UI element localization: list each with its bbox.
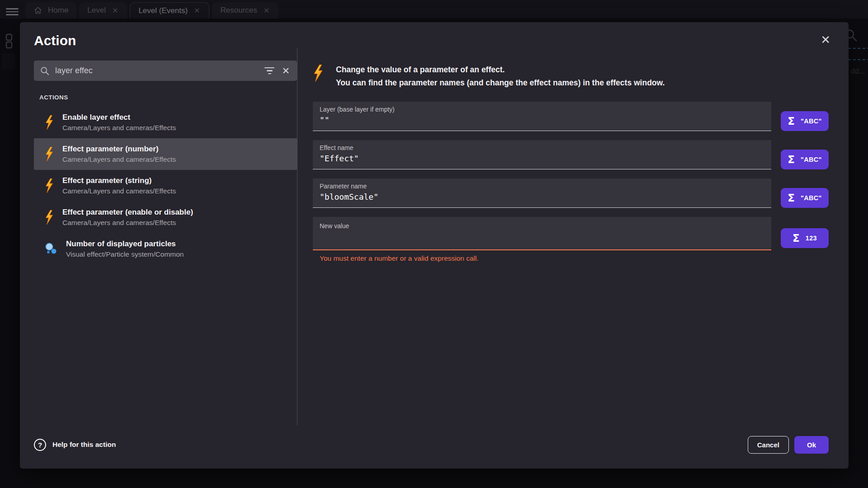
ok-button[interactable]: Ok: [794, 436, 829, 454]
action-title: Effect parameter (number): [62, 145, 176, 154]
search-bar: ✕: [34, 61, 297, 81]
expression-editor-button[interactable]: Σ "ABC": [781, 188, 829, 208]
search-input[interactable]: [55, 66, 259, 75]
lightning-icon: [45, 178, 54, 193]
action-chooser-panel: ✕ ACTIONS Enable layer effect Camera/Lay…: [20, 48, 297, 425]
action-path: Camera/Layers and cameras/Effects: [62, 219, 193, 227]
action-title: Effect parameter (string): [62, 176, 176, 185]
lightning-icon: [45, 210, 54, 225]
field-label: Effect name: [320, 144, 764, 151]
param-row-effect-name: Effect name "Effect" Σ "ABC": [313, 140, 829, 169]
sigma-icon: Σ: [788, 115, 795, 127]
clear-search-icon[interactable]: ✕: [280, 66, 291, 76]
list-item-effect-parameter-enable[interactable]: Effect parameter (enable or disable) Cam…: [34, 202, 297, 233]
close-dialog-icon[interactable]: ✕: [821, 34, 830, 46]
dialog-footer: ? Help for this action Cancel Ok: [20, 425, 849, 469]
parameter-fields: Layer (base layer if empty) "" Σ "ABC" E…: [313, 102, 829, 263]
list-item-enable-layer-effect[interactable]: Enable layer effect Camera/Layers and ca…: [34, 107, 297, 138]
cancel-button[interactable]: Cancel: [748, 436, 789, 454]
param-row-new-value: New value You must enter a number or a v…: [313, 217, 829, 263]
layer-field[interactable]: Layer (base layer if empty) "": [313, 102, 771, 131]
action-path: Camera/Layers and cameras/Effects: [62, 124, 176, 132]
sigma-button-label: "ABC": [801, 117, 822, 125]
actions-section-label: ACTIONS: [39, 94, 297, 101]
action-path: Camera/Layers and cameras/Effects: [62, 155, 176, 164]
expression-editor-button[interactable]: Σ 123: [781, 228, 829, 248]
layer-field-input[interactable]: "": [320, 115, 764, 126]
lightning-icon: [45, 115, 54, 130]
action-title: Number of displayed particles: [66, 239, 184, 249]
expression-editor-button[interactable]: Σ "ABC": [781, 111, 829, 131]
sigma-icon: Σ: [788, 154, 795, 165]
lightning-icon: [45, 147, 54, 161]
expression-editor-button[interactable]: Σ "ABC": [781, 150, 829, 169]
effect-name-field-input[interactable]: "Effect": [320, 154, 764, 164]
list-item-number-displayed-particles[interactable]: Number of displayed particles Visual eff…: [34, 233, 297, 265]
action-configuration-panel: Change the value of a parameter of an ef…: [297, 48, 849, 425]
particles-icon: [45, 243, 57, 255]
param-row-layer: Layer (base layer if empty) "" Σ "ABC": [313, 102, 829, 131]
parameter-name-field-input[interactable]: "bloomScale": [320, 192, 764, 203]
action-dialog: Action ✕ ✕ ACTIONS Enable layer effect C…: [20, 22, 849, 469]
lightning-icon: [313, 65, 324, 82]
action-path: Visual effect/Particle system/Common: [66, 250, 184, 258]
action-path: Camera/Layers and cameras/Effects: [62, 187, 176, 195]
validation-error-text: You must enter a number or a valid expre…: [320, 254, 771, 263]
filter-icon[interactable]: [264, 67, 275, 75]
description-line: Change the value of a parameter of an ef…: [336, 63, 665, 76]
action-title: Enable layer effect: [62, 113, 176, 122]
sigma-button-label: "ABC": [801, 194, 822, 202]
help-label: Help for this action: [52, 441, 116, 449]
search-icon: [40, 66, 50, 76]
description-line: You can find the parameter names (and ch…: [336, 76, 665, 89]
param-row-parameter-name: Parameter name "bloomScale" Σ "ABC": [313, 178, 829, 208]
help-link[interactable]: ? Help for this action: [34, 439, 116, 451]
parameter-name-field[interactable]: Parameter name "bloomScale": [313, 178, 771, 208]
dialog-header: Action ✕: [20, 22, 849, 48]
new-value-field[interactable]: New value: [313, 217, 771, 250]
sigma-button-label: 123: [806, 235, 817, 242]
sigma-button-label: "ABC": [801, 156, 822, 163]
field-label: Parameter name: [320, 183, 764, 190]
sigma-icon: Σ: [793, 232, 800, 244]
field-label: New value: [320, 222, 764, 230]
action-list: Enable layer effect Camera/Layers and ca…: [34, 107, 297, 265]
help-icon: ?: [34, 439, 46, 451]
list-item-effect-parameter-string[interactable]: Effect parameter (string) Camera/Layers …: [34, 170, 297, 202]
list-item-effect-parameter-number[interactable]: Effect parameter (number) Camera/Layers …: [34, 138, 297, 170]
dialog-title: Action: [34, 33, 829, 48]
action-title: Effect parameter (enable or disable): [62, 208, 193, 217]
field-label: Layer (base layer if empty): [320, 106, 764, 113]
new-value-field-input[interactable]: [320, 232, 764, 243]
sigma-icon: Σ: [788, 192, 795, 204]
action-description: Change the value of a parameter of an ef…: [313, 63, 829, 89]
effect-name-field[interactable]: Effect name "Effect": [313, 140, 771, 169]
